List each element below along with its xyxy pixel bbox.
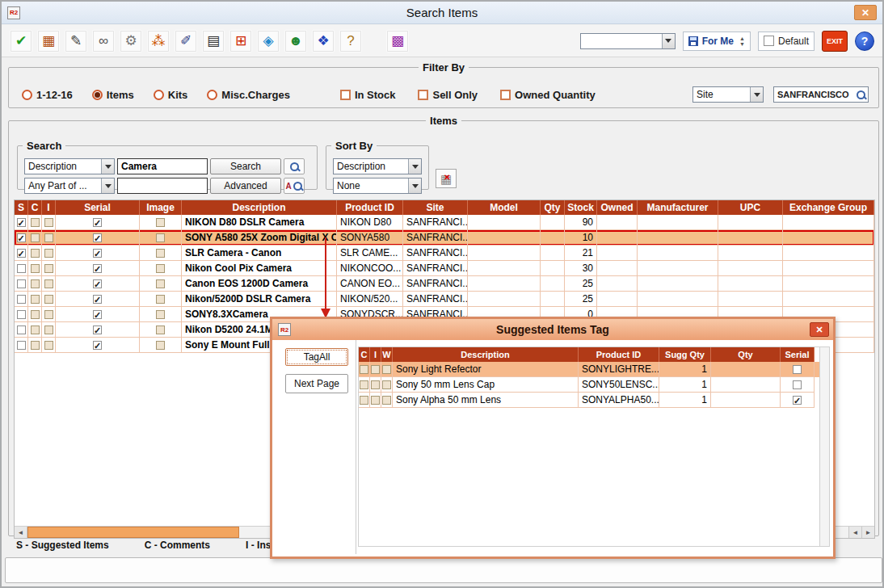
comments-checkbox[interactable] [31,264,40,273]
column-header[interactable]: Sugg Qty [659,347,711,362]
sort-secondary-combobox[interactable]: None [333,178,422,194]
spheres-help-icon[interactable]: ⁂ [147,30,170,52]
image-checkbox[interactable] [156,326,165,334]
match-mode-combobox[interactable]: Any Part of ... [24,178,115,194]
help-button[interactable]: ? [855,32,874,51]
site-lookup-field[interactable]: SANFRANCISCO [773,86,869,103]
edit-line-icon[interactable]: ✎ [65,30,87,52]
scroll-left-icon[interactable]: ◄ [848,527,861,538]
table-row[interactable]: Nikon/5200D DSLR Camera NIKON/520... SAN… [15,292,874,307]
default-checkbox[interactable] [764,36,774,46]
table-row[interactable]: SLR Camera - Canon SLR CAME... SANFRANCI… [15,246,874,261]
combo-arrow-icon[interactable] [408,159,421,174]
suggested-checkbox[interactable] [17,249,26,258]
search-magnifier-icon[interactable] [856,90,866,100]
filter-radio-item[interactable]: Items [92,89,134,101]
search-field-combobox[interactable]: Description [24,158,115,174]
table-row[interactable]: Canon EOS 1200D Camera CANON EO... SANFR… [15,276,874,292]
customers-icon[interactable]: ☻ [284,30,307,52]
serial-checkbox[interactable] [93,233,102,242]
suggested-checkbox[interactable] [17,264,26,273]
column-header[interactable]: S [15,200,28,215]
tag-all-button[interactable]: TagAll [285,348,348,366]
spinner-arrows[interactable]: ▲▼ [739,36,745,47]
scroll-right-icon[interactable]: ► [861,527,874,538]
suggested-checkbox[interactable] [17,279,26,288]
binoculars-icon[interactable]: ∞ [92,30,115,52]
close-button[interactable]: ✕ [854,5,877,20]
catalog-icon[interactable]: ❖ [312,30,335,52]
items-table-icon[interactable]: ▦ [37,30,60,52]
comments-checkbox[interactable] [31,218,40,227]
instructions-checkbox[interactable] [371,380,380,389]
suggested-checkbox[interactable] [17,310,26,319]
column-header[interactable]: UPC [718,200,783,215]
image-checkbox[interactable] [156,279,165,288]
table-row[interactable]: Nikon Cool Pix Camera NIKONCOO... SANFRA… [15,261,874,276]
filter-checkbox-item[interactable]: Owned Quantity [500,89,596,101]
dialog-vertical-scrollbar[interactable] [819,347,829,546]
warranty-checkbox[interactable] [382,396,391,405]
instructions-checkbox[interactable] [44,218,53,227]
image-checkbox[interactable] [156,249,165,258]
instructions-checkbox[interactable] [44,279,53,288]
checkbox-icon[interactable] [340,90,351,100]
advanced-lookup-button[interactable]: A [284,178,305,194]
search-text-input-2[interactable] [117,178,208,194]
table-row[interactable]: SONY A580 25X Zoom Digital X C... SONYA5… [15,230,874,246]
radio-icon[interactable] [22,90,32,100]
package-help-icon[interactable]: ? [339,30,362,52]
dialog-table-row[interactable]: Sony Light Refector SONYLIGHTRE... 1 [359,362,829,377]
clear-sort-button[interactable]: ▦ [436,169,457,188]
column-header[interactable]: Model [468,200,541,215]
warranty-checkbox[interactable] [382,365,391,374]
advanced-button[interactable]: Advanced [210,178,281,194]
site-combobox[interactable]: Site [692,86,764,103]
column-header[interactable]: Owned [597,200,638,215]
mosaic-icon[interactable]: ▩ [386,30,409,52]
exit-button[interactable]: EXIT [822,31,848,52]
column-header[interactable]: Product ID [579,347,659,362]
image-checkbox[interactable] [156,341,165,350]
image-checkbox[interactable] [156,264,165,273]
comments-checkbox[interactable] [31,326,40,334]
column-header[interactable]: Image [140,200,182,215]
instructions-checkbox[interactable] [44,249,53,258]
serial-checkbox[interactable] [93,218,102,227]
column-header[interactable]: Description [393,347,579,362]
column-header[interactable]: Site [403,200,468,215]
combo-arrow-icon[interactable] [101,159,114,174]
comments-checkbox[interactable] [31,249,40,258]
suggested-checkbox[interactable] [17,295,26,304]
instructions-checkbox[interactable] [371,365,380,374]
next-page-button[interactable]: Next Page [285,374,348,393]
serial-checkbox[interactable] [93,279,102,288]
image-checkbox[interactable] [156,218,165,227]
comments-checkbox[interactable] [360,365,368,374]
serial-checkbox[interactable] [93,326,102,334]
column-header[interactable]: Qty [711,347,781,362]
column-header[interactable]: W [381,347,393,362]
comments-checkbox[interactable] [360,380,368,389]
image-checkbox[interactable] [156,233,165,242]
column-header[interactable]: I [42,200,56,215]
sort-primary-combobox[interactable]: Description [333,158,422,174]
serial-checkbox[interactable] [93,249,102,258]
price-tag-icon[interactable]: ◈ [257,30,280,52]
search-button[interactable]: Search [210,158,281,174]
confirm-icon[interactable]: ✔ [10,30,32,52]
column-header[interactable]: Qty [541,200,565,215]
radio-icon[interactable] [207,90,217,100]
serial-checkbox[interactable] [793,365,802,374]
serial-checkbox[interactable] [793,380,802,389]
instructions-checkbox[interactable] [44,233,53,242]
comments-checkbox[interactable] [31,295,40,304]
column-header[interactable]: Serial [781,347,815,362]
column-header[interactable]: Stock [565,200,597,215]
suggested-checkbox[interactable] [17,218,26,227]
scroll-left-icon[interactable]: ◄ [15,527,27,538]
serial-checkbox[interactable] [93,264,102,273]
note-edit-icon[interactable]: ✐ [175,30,197,52]
column-header[interactable]: C [359,347,370,362]
instructions-checkbox[interactable] [371,396,380,405]
